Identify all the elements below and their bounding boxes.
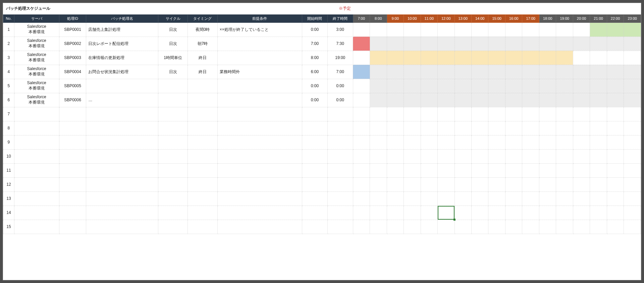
gantt-cell[interactable] [404,135,421,149]
gantt-cell[interactable] [370,135,387,149]
gantt-cell[interactable] [421,121,437,135]
gantt-cell[interactable] [590,93,607,107]
start-time[interactable]: 0:00 [302,93,328,107]
gantt-cell[interactable] [590,107,607,121]
gantt-cell[interactable] [539,149,556,163]
gantt-cell[interactable] [421,191,437,206]
gantt-cell[interactable] [421,79,437,93]
gantt-cell[interactable] [556,37,573,51]
gantt-cell[interactable] [471,206,488,220]
gantt-cell[interactable] [624,149,641,163]
gantt-cell[interactable] [370,121,387,135]
gantt-cell[interactable] [539,135,556,149]
gantt-cell[interactable] [454,51,471,65]
gantt-cell[interactable] [522,149,539,163]
gantt-cell[interactable] [404,220,421,234]
server-name[interactable] [14,107,59,121]
gantt-cell[interactable] [370,206,387,220]
gantt-cell[interactable] [387,107,404,121]
gantt-cell[interactable] [590,191,607,206]
gantt-cell[interactable] [573,37,590,51]
gantt-cell[interactable] [488,22,505,37]
gantt-cell[interactable] [488,220,505,234]
gantt-cell[interactable] [421,177,437,191]
end-time[interactable] [327,121,353,135]
gantt-cell[interactable] [624,22,641,37]
row-no[interactable]: 8 [3,121,14,135]
timing[interactable]: 夜間0時 [188,22,217,37]
gantt-cell[interactable] [488,93,505,107]
gantt-cell[interactable] [353,220,370,234]
precondition[interactable] [217,149,302,163]
gantt-cell[interactable] [624,206,641,220]
gantt-cell[interactable] [573,191,590,206]
gantt-cell[interactable] [607,177,624,191]
end-time[interactable] [327,206,353,220]
gantt-cell[interactable] [471,51,488,65]
start-time[interactable]: 8:00 [302,51,328,65]
row-no[interactable]: 1 [3,22,14,37]
gantt-cell[interactable] [421,135,437,149]
gantt-cell[interactable] [607,37,624,51]
gantt-cell[interactable] [607,135,624,149]
gantt-cell[interactable] [370,22,387,37]
gantt-cell[interactable] [353,149,370,163]
gantt-cell[interactable] [471,220,488,234]
timing[interactable]: 終日 [188,51,217,65]
gantt-cell[interactable] [607,79,624,93]
row-no[interactable]: 4 [3,65,14,79]
proc-id[interactable] [59,107,86,121]
gantt-cell[interactable] [505,79,522,93]
end-time[interactable] [327,177,353,191]
gantt-cell[interactable] [522,107,539,121]
cycle[interactable] [158,135,187,149]
gantt-cell[interactable] [505,121,522,135]
timing[interactable] [188,191,217,206]
gantt-cell[interactable] [522,65,539,79]
proc-id[interactable] [59,149,86,163]
server-name[interactable] [14,220,59,234]
gantt-cell[interactable] [522,121,539,135]
gantt-cell[interactable] [471,93,488,107]
row-no[interactable]: 3 [3,51,14,65]
proc-id[interactable] [59,121,86,135]
gantt-cell[interactable] [488,51,505,65]
gantt-cell[interactable] [387,149,404,163]
gantt-cell[interactable] [454,93,471,107]
gantt-cell[interactable] [387,22,404,37]
gantt-cell[interactable] [387,177,404,191]
proc-id[interactable] [59,220,86,234]
gantt-cell[interactable] [353,177,370,191]
gantt-cell[interactable] [522,206,539,220]
cycle[interactable] [158,177,187,191]
gantt-cell[interactable] [607,93,624,107]
gantt-cell[interactable] [471,191,488,206]
end-time[interactable] [327,149,353,163]
gantt-cell[interactable] [471,37,488,51]
end-time[interactable] [327,191,353,206]
proc-name[interactable]: 在庫情報の更新処理 [86,51,158,65]
gantt-cell[interactable] [573,93,590,107]
proc-name[interactable] [86,135,158,149]
gantt-cell[interactable] [556,121,573,135]
row-no[interactable]: 10 [3,149,14,163]
gantt-cell[interactable] [573,121,590,135]
gantt-cell[interactable] [573,206,590,220]
gantt-cell[interactable] [624,65,641,79]
proc-name[interactable]: 日次レポート配信処理 [86,37,158,51]
gantt-cell[interactable] [624,135,641,149]
row-no[interactable]: 12 [3,177,14,191]
precondition[interactable] [217,177,302,191]
row-no[interactable]: 9 [3,135,14,149]
proc-name[interactable] [86,107,158,121]
gantt-cell[interactable] [353,206,370,220]
gantt-cell[interactable] [370,93,387,107]
gantt-cell[interactable] [505,191,522,206]
gantt-cell[interactable] [573,79,590,93]
gantt-cell[interactable] [370,177,387,191]
gantt-cell[interactable] [488,79,505,93]
end-time[interactable]: 7:30 [327,37,353,51]
gantt-cell[interactable] [488,206,505,220]
gantt-cell[interactable] [454,177,471,191]
gantt-cell[interactable] [421,107,437,121]
